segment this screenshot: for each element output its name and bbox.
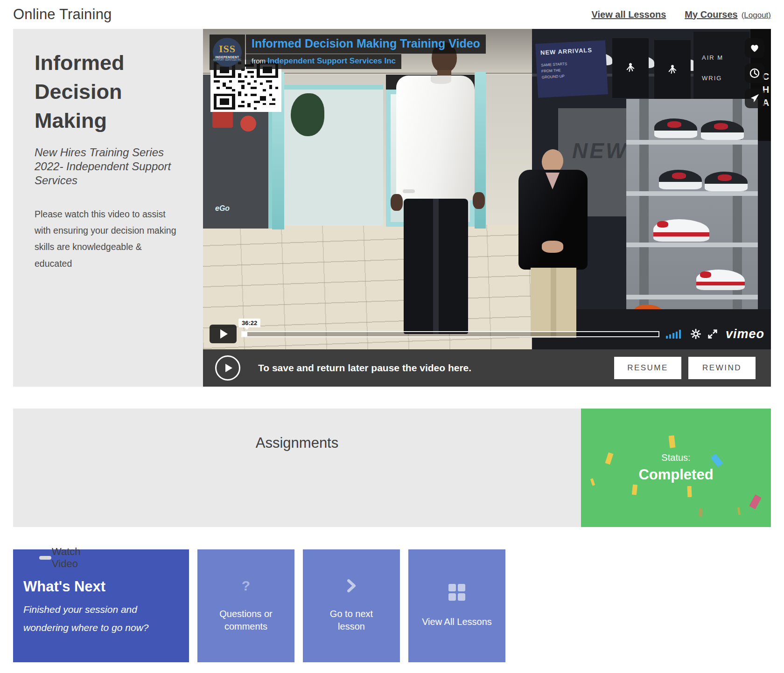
assignment-item: Watch Video [39, 556, 51, 560]
header-nav: View all Lessons My Courses (Logout) [592, 9, 771, 20]
header: Online Training View all Lessons My Cour… [13, 0, 771, 29]
whats-next-box: What's Next Finished your session and wo… [13, 549, 189, 662]
assignments-section: Assignments Watch Video Status: Complete… [13, 409, 771, 527]
logout-link[interactable]: (Logout) [742, 11, 771, 20]
grid-icon [448, 584, 465, 601]
jumpman-poster [654, 40, 691, 100]
video-title[interactable]: Informed Decision Making Training Video [246, 35, 486, 54]
play-icon [220, 329, 228, 339]
play-button[interactable] [210, 325, 237, 343]
assignment-label: Watch Video [52, 546, 81, 570]
whats-next-subtitle: Finished your session and wondering wher… [23, 601, 178, 637]
whats-next-section: What's Next Finished your session and wo… [13, 549, 771, 662]
rewind-button[interactable]: REWIND [688, 357, 756, 379]
watch-later-button[interactable] [745, 63, 764, 83]
lesson-description: Please watch this video to assist with e… [35, 206, 180, 271]
person-staff [377, 42, 477, 337]
paper-plane-icon [749, 93, 760, 104]
tile-go-to-next-lesson[interactable]: Go to next lesson [303, 549, 400, 662]
assignments-box: Assignments Watch Video [13, 409, 581, 527]
video-player[interactable]: eGo NEW ARRIV [203, 29, 771, 349]
time-tooltip: 36:22 [238, 319, 260, 327]
heart-icon [749, 43, 760, 53]
tile-view-all-lessons[interactable]: View All Lessons [408, 549, 505, 662]
like-button[interactable] [745, 38, 764, 58]
video-actions [745, 38, 764, 108]
resume-button[interactable]: RESUME [614, 357, 681, 379]
settings-button[interactable] [691, 329, 701, 339]
volume-control[interactable] [666, 329, 681, 339]
my-courses-link[interactable]: My Courses [685, 9, 737, 20]
share-button[interactable] [745, 89, 764, 108]
video-column: eGo NEW ARRIV [203, 29, 771, 387]
page-title: Online Training [13, 6, 112, 23]
video-author-link[interactable]: Independent Support Services Inc [267, 56, 396, 65]
vimeo-logo[interactable]: vimeo [726, 327, 764, 341]
whats-next-title: What's Next [23, 578, 178, 595]
wall-poster: AIR M WRIG [693, 32, 749, 110]
status-label: Status: [661, 452, 690, 463]
play-icon [225, 364, 232, 372]
fullscreen-button[interactable] [707, 329, 718, 339]
progress-bar[interactable] [241, 331, 659, 337]
view-all-lessons-link[interactable]: View all Lessons [592, 9, 666, 20]
plant [291, 93, 324, 136]
assignments-title: Assignments [13, 409, 581, 451]
lesson-series: New Hires Training Series 2022- Independ… [35, 146, 180, 187]
clock-icon [749, 68, 760, 79]
tile-questions-or-comments[interactable]: ? Questions or comments [197, 549, 294, 662]
save-bar: To save and return later pause the video… [203, 349, 771, 387]
jumpman-poster [612, 38, 649, 98]
lesson-sidebar: Informed Decision Making New Hires Train… [13, 29, 203, 387]
storefront-middle [284, 85, 383, 226]
chevron-right-icon [345, 579, 357, 593]
fullscreen-icon [707, 329, 718, 339]
new-arrivals-banner: NEW ARRIVALS SAME STARTS FROM THE GROUND… [535, 40, 608, 98]
video-title-overlay: ISS INDEPENDENT SUPPORT SERVICES INC Inf… [210, 35, 486, 70]
question-mark-icon: ? [242, 579, 250, 593]
status-box: Status: Completed [581, 409, 771, 527]
video-byline: from Independent Support Services Inc [246, 54, 401, 69]
lesson-title: Informed Decision Making [35, 49, 180, 135]
gear-icon [691, 329, 701, 339]
shop-sign: eGo [215, 204, 230, 213]
player-controls: 36:22 vimeo [210, 324, 764, 344]
person-customer [515, 149, 589, 338]
page: Online Training View all Lessons My Cour… [13, 0, 771, 662]
save-message: To save and return later pause the video… [258, 362, 614, 374]
iss-logo: ISS INDEPENDENT SUPPORT SERVICES INC [210, 35, 245, 70]
status-value: Completed [638, 466, 713, 483]
resume-play-button[interactable] [215, 355, 240, 381]
main-section: Informed Decision Making New Hires Train… [13, 29, 771, 387]
